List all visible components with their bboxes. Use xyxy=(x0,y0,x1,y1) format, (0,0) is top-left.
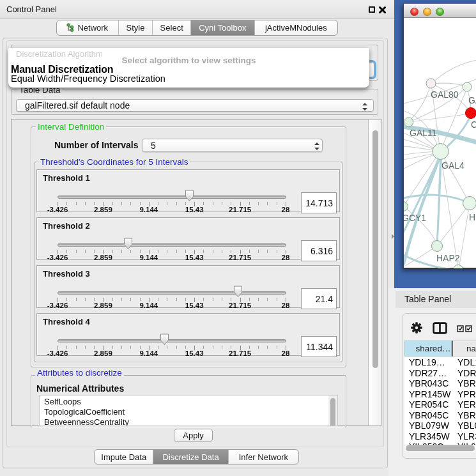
svg-text:GAL1: GAL1 xyxy=(468,95,476,105)
svg-text:HI: HI xyxy=(469,212,476,222)
svg-text:C: C xyxy=(471,119,476,130)
svg-text:HAP2: HAP2 xyxy=(436,253,460,263)
svg-text:GCY1: GCY1 xyxy=(404,213,426,223)
svg-text:GAL4: GAL4 xyxy=(441,160,464,171)
svg-text:GAL11: GAL11 xyxy=(410,128,437,138)
svg-text:GAL80: GAL80 xyxy=(431,89,459,100)
